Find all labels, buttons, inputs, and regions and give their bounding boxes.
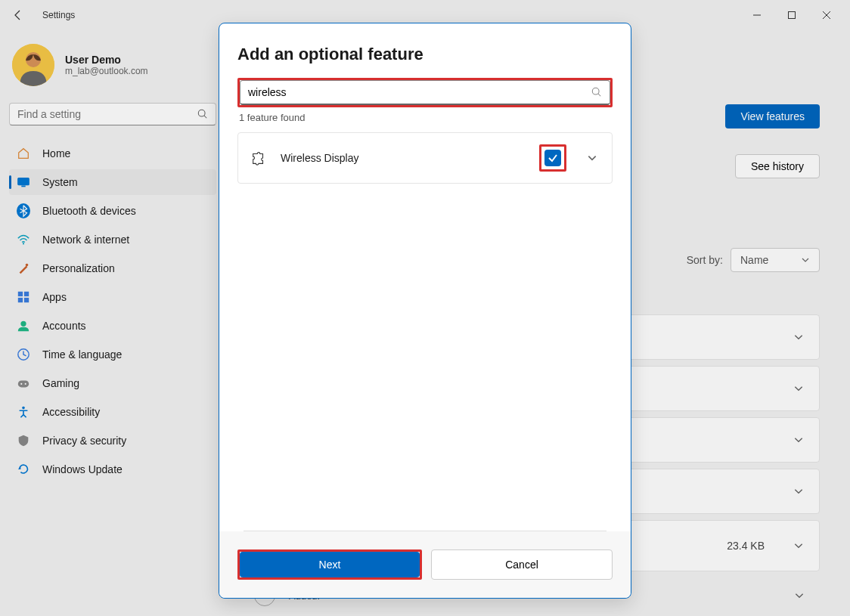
highlight-next: Next: [237, 549, 422, 580]
svg-line-21: [598, 94, 601, 97]
puzzle-icon: [250, 150, 267, 166]
highlight-checkbox: [539, 144, 566, 172]
add-feature-modal: Add an optional feature 1 feature found …: [219, 23, 631, 599]
cancel-button[interactable]: Cancel: [431, 549, 613, 580]
modal-title: Add an optional feature: [237, 45, 613, 64]
chevron-down-icon[interactable]: [585, 153, 600, 163]
next-button[interactable]: Next: [240, 552, 420, 577]
modal-overlay: Add an optional feature 1 feature found …: [0, 0, 850, 616]
modal-footer: Next Cancel: [219, 531, 631, 598]
result-name: Wireless Display: [281, 152, 526, 164]
result-row[interactable]: Wireless Display: [237, 132, 613, 184]
result-checkbox[interactable]: [544, 150, 561, 166]
check-icon: [548, 153, 558, 163]
highlight-search: [237, 78, 613, 107]
search-icon: [591, 87, 602, 98]
modal-search-input[interactable]: [248, 86, 591, 98]
modal-search[interactable]: [240, 80, 610, 105]
found-text: 1 feature found: [237, 112, 613, 123]
